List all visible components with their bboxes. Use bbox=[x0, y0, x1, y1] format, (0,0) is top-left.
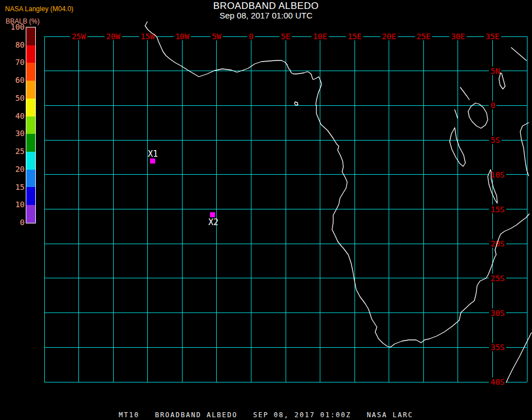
map-canvas: 25W20W15W10W5W05E10E15E20E25E30E35E5N05S… bbox=[0, 0, 532, 420]
albedo-plot-page: BROADBAND ALBEDO Sep 08, 2017 01:00 UTC … bbox=[0, 0, 532, 420]
lon-label: 0 bbox=[249, 32, 253, 41]
coastline-horn-fragment bbox=[511, 48, 526, 60]
marker-label-x2: X2 bbox=[208, 217, 218, 227]
coastline-lake-edward bbox=[455, 110, 458, 118]
lat-label: 15S bbox=[491, 205, 505, 214]
lon-label: 10E bbox=[313, 32, 327, 41]
lat-label: 25S bbox=[491, 274, 505, 283]
footer-status-line: MT10 BROADBAND ALBEDO SEP 08, 2017 01:00… bbox=[0, 411, 532, 419]
marker-point-x2 bbox=[210, 212, 215, 217]
lon-label: 15E bbox=[347, 32, 361, 41]
lat-label: 10S bbox=[491, 170, 505, 179]
coastline-africa-mainland bbox=[145, 22, 529, 347]
lon-label: 25E bbox=[417, 32, 431, 41]
lon-label: 15W bbox=[141, 32, 155, 41]
lat-label: 35S bbox=[491, 343, 505, 352]
marker-point-x1 bbox=[150, 158, 155, 164]
lat-label: 5N bbox=[491, 67, 500, 76]
coastline-bioko-island bbox=[295, 102, 298, 105]
lon-label: 30E bbox=[451, 32, 465, 41]
lat-label: 20S bbox=[491, 239, 505, 248]
lon-label: 5E bbox=[281, 32, 291, 41]
lon-label: 25W bbox=[72, 32, 86, 41]
lon-label: 20W bbox=[106, 32, 120, 41]
lon-label: 10W bbox=[175, 32, 190, 41]
lat-label: 5S bbox=[491, 136, 500, 144]
lat-label: 30S bbox=[491, 309, 505, 318]
coastline-lake-turkana bbox=[499, 73, 505, 89]
lat-label: 40S bbox=[491, 377, 505, 386]
lon-label: 35E bbox=[486, 32, 500, 41]
lat-label: 0 bbox=[491, 101, 495, 110]
marker-label-x1: X1 bbox=[148, 149, 158, 159]
coastline-madagascar-west bbox=[506, 333, 531, 382]
coastline-lake-victoria bbox=[468, 103, 488, 128]
coastline-east-coast-north bbox=[520, 123, 529, 176]
coastline-lake-albert bbox=[460, 87, 469, 100]
lon-label: 20E bbox=[382, 32, 396, 41]
coastline-lake-tanganyika bbox=[450, 128, 465, 166]
lon-label: 5W bbox=[212, 32, 221, 41]
